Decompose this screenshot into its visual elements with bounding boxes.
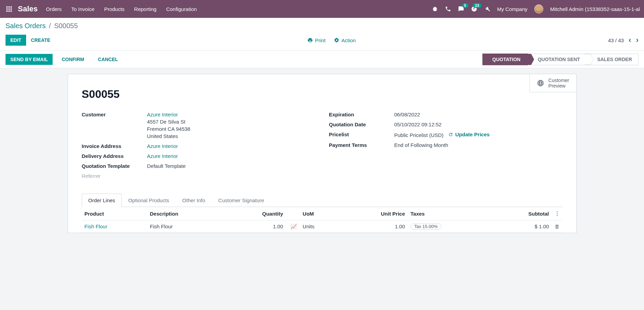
svg-rect-3 [7,9,8,10]
tab-order-lines[interactable]: Order Lines [82,194,122,207]
cancel-button[interactable]: CANCEL [93,54,123,65]
customer-address-1: 4557 De Silva St [147,119,315,125]
order-lines-table: Product Description Quantity UoM Unit Pr… [82,207,563,233]
svg-rect-4 [9,9,10,10]
left-column: Customer Azure Interior 4557 De Silva St… [82,112,315,183]
create-button[interactable]: CREATE [26,35,55,46]
svg-rect-1 [9,7,10,8]
send-by-email-button[interactable]: SEND BY EMAIL [6,54,53,65]
th-uom: UoM [300,207,339,220]
th-quantity: Quantity [225,207,286,220]
row-uom: Units [300,220,339,233]
confirm-button[interactable]: CONFIRM [57,54,89,65]
quotation-date-value: 05/10/2022 09:12:52 [394,122,563,127]
breadcrumb-current: S00055 [54,22,78,30]
label-pricelist: Pricelist [329,131,394,137]
user-avatar[interactable] [534,4,543,13]
delete-row-icon[interactable]: 🗑 [555,223,560,229]
svg-rect-8 [11,11,12,12]
nav-configuration[interactable]: Configuration [166,6,197,12]
top-navbar: Sales Orders To Invoice Products Reporti… [0,0,644,18]
customer-link[interactable]: Azure Interior [147,112,178,117]
label-quotation-date: Quotation Date [329,122,394,127]
pager-count: 43 / 43 [608,37,624,43]
activities-badge: 23 [473,3,481,8]
apps-icon[interactable] [4,4,14,14]
nav-products[interactable]: Products [104,6,124,12]
quotation-template-value: Default Template [147,163,315,169]
svg-rect-7 [9,11,10,12]
breadcrumb-root[interactable]: Sales Orders [6,22,46,30]
action-button[interactable]: Action [334,37,356,43]
phone-icon[interactable] [445,6,451,12]
label-delivery-address: Delivery Address [82,153,147,159]
th-subtotal: Subtotal [492,207,552,220]
pager-prev[interactable]: ‹ [629,36,631,45]
svg-rect-2 [11,7,12,8]
refresh-icon [448,132,453,137]
row-quantity: 1.00 [225,220,286,233]
stage-sales-order[interactable]: SALES ORDER [588,54,638,65]
columns-kebab-icon[interactable]: ⋮ [555,210,560,216]
form-sheet: Customer Preview S00055 Customer Azure I… [68,74,577,233]
th-description: Description [147,207,225,220]
label-payment-terms: Payment Terms [329,142,394,148]
status-stages: QUOTATION QUOTATION SENT SALES ORDER [482,54,638,65]
stage-quotation-sent[interactable]: QUOTATION SENT [528,54,588,65]
nav-reporting[interactable]: Reporting [134,6,156,12]
tab-optional-products[interactable]: Optional Products [122,194,176,207]
messages-badge: 5 [462,3,468,8]
row-tax: Tax 15.00% [411,223,441,230]
tab-other-info[interactable]: Other Info [176,194,212,207]
pricelist-value: Public Pricelist (USD) [394,132,444,138]
label-customer: Customer [82,112,147,117]
messages-icon[interactable]: 5 [458,6,464,12]
nav-to-invoice[interactable]: To Invoice [71,6,95,12]
activities-icon[interactable]: 23 [471,6,477,12]
row-product[interactable]: Fish Flour [85,223,108,229]
row-subtotal: $ 1.00 [492,220,552,233]
expiration-value: 06/08/2022 [394,112,563,117]
invoice-address-link[interactable]: Azure Interior [147,143,178,149]
label-expiration: Expiration [329,112,394,117]
status-bar: SEND BY EMAIL CONFIRM CANCEL QUOTATION Q… [0,51,644,68]
sheet-tabs: Order Lines Optional Products Other Info… [82,193,563,207]
table-row: Fish Flour Fish Flour 1.00 📈 Units 1.00 … [82,220,563,233]
company-switcher[interactable]: My Company [497,6,527,12]
user-menu[interactable]: Mitchell Admin (15338352-saas-15-1-al [550,6,640,12]
print-button[interactable]: Print [307,37,326,43]
pager-next[interactable]: › [636,36,638,45]
row-description: Fish Flour [147,220,225,233]
bug-icon[interactable] [432,6,438,12]
control-panel: Sales Orders / S00055 EDIT CREATE Print … [0,18,644,51]
svg-rect-5 [11,9,12,10]
edit-button[interactable]: EDIT [6,35,26,46]
tab-customer-signature[interactable]: Customer Signature [212,194,271,207]
label-invoice-address: Invoice Address [82,143,147,149]
svg-rect-6 [7,11,8,12]
th-product: Product [82,207,147,220]
label-quotation-template: Quotation Template [82,163,147,169]
payment-terms-value: End of Following Month [394,142,563,148]
stage-quotation[interactable]: QUOTATION [482,54,528,65]
th-unit-price: Unit Price [340,207,408,220]
update-prices-button[interactable]: Update Prices [448,131,490,137]
forecast-icon[interactable]: 📈 [291,223,297,229]
svg-rect-0 [7,7,8,8]
main-nav: Orders To Invoice Products Reporting Con… [46,6,197,12]
app-brand[interactable]: Sales [18,4,38,13]
nav-orders[interactable]: Orders [46,6,62,12]
label-referrer: Referrer [82,173,147,179]
row-unit-price: 1.00 [340,220,408,233]
customer-preview-button[interactable]: Customer Preview [530,74,576,92]
pager: 43 / 43 ‹ › [608,36,638,45]
tools-icon[interactable] [484,6,490,12]
th-taxes: Taxes [408,207,492,220]
customer-address-3: United States [147,133,315,139]
right-column: Expiration 06/08/2022 Quotation Date 05/… [329,112,563,183]
document-title: S00055 [82,88,563,101]
globe-icon [537,79,544,87]
breadcrumb: Sales Orders / S00055 [6,22,638,30]
customer-address-2: Fremont CA 94538 [147,126,315,132]
delivery-address-link[interactable]: Azure Interior [147,153,178,159]
